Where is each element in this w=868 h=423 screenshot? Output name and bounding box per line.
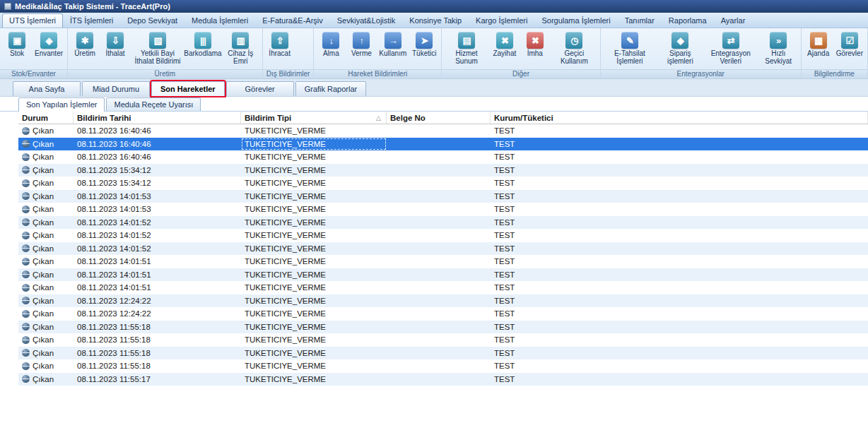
table-row[interactable]: Çıkan08.11.2023 11:55:18TUKETICIYE_VERME… — [18, 321, 868, 334]
ribbon-button-label: Stok — [10, 50, 24, 58]
hizli-sevkiyat-icon: » — [770, 32, 787, 49]
ribbon-button-alma[interactable]: ↓Alma — [316, 30, 346, 59]
ribbon-button-barkodlama[interactable]: |||Barkodlama — [185, 30, 221, 59]
ribbon-button-ihracat[interactable]: ⇧İhracat — [265, 30, 295, 59]
ribbon-button-hizli-sevkiyat[interactable]: »Hızlı Sevkiyat — [758, 30, 799, 66]
ribbon-group-label-uretim: Üretim — [68, 69, 262, 78]
menu-tab-tanimlar[interactable]: Tanımlar — [618, 13, 662, 28]
page-tab-ana-sayfa[interactable]: Ana Sayfa — [13, 81, 81, 96]
kurum-tuketici-cell: TEST — [491, 150, 868, 164]
column-header-kurum-tuketici[interactable]: Kurum/Tüketici — [491, 112, 868, 124]
status-label: Çıkan — [33, 257, 54, 266]
ribbon-button-stok[interactable]: ▣Stok — [2, 30, 32, 59]
menu-tab-konsinye-takip[interactable]: Konsinye Takip — [402, 13, 469, 28]
table-row[interactable]: Çıkan08.11.2023 14:01:51TUKETICIYE_VERME… — [18, 255, 868, 268]
bildirim-tarihi-cell: 08.11.2023 15:34:12 — [74, 164, 241, 177]
table-row[interactable]: Çıkan08.11.2023 14:01:51TUKETICIYE_VERME… — [18, 281, 868, 294]
menu-tab-raporlama[interactable]: Raporlama — [662, 13, 714, 28]
hizmet-sunum-icon: ▤ — [458, 32, 475, 49]
ribbon-button-e-tahsilat-islemleri[interactable]: ✎E-Tahsilat İşlemleri — [603, 30, 657, 66]
bildirim-tarihi-cell: 08.11.2023 14:01:53 — [74, 190, 241, 203]
menu-tab-kargo-islemleri[interactable]: Kargo İşlemleri — [469, 13, 534, 28]
bildirim-tarihi-cell: 08.11.2023 11:55:18 — [74, 347, 241, 360]
table-row[interactable]: Çıkan08.11.2023 11:55:18TUKETICIYE_VERME… — [18, 333, 868, 347]
ribbon-button-siparis-islemleri[interactable]: ◆Sipariş işlemleri — [657, 30, 703, 66]
belge-no-cell — [387, 124, 491, 138]
column-header-belge-no[interactable]: Belge No — [387, 112, 491, 124]
column-header-bildirim-tipi[interactable]: Bildirim Tipi△ — [241, 112, 387, 124]
menu-tab-sorgulama-islemleri[interactable]: Sorgulama İşlemleri — [534, 13, 617, 28]
page-tab-son-hareketler[interactable]: Son Hareketler — [151, 81, 225, 96]
ribbon-button-uretim[interactable]: ✱Üretim — [70, 30, 100, 59]
kurum-tuketici-cell: TEST — [491, 307, 868, 321]
menu-tab-sevkiyat-lojistik[interactable]: Sevkiyat&Lojistik — [330, 13, 403, 28]
grid-header: DurumBildirim TarihiBildirim Tipi△Belge … — [18, 112, 868, 124]
status-cell: Çıkan — [18, 177, 74, 190]
status-label: Çıkan — [33, 362, 54, 370]
ribbon-button-ithalat[interactable]: ⇩İthalat — [100, 30, 130, 59]
ribbon: ▣Stok◈EnvanterStok/Envanter✱Üretim⇩İthal… — [0, 28, 868, 79]
table-row[interactable]: Çıkan08.11.2023 14:01:53TUKETICIYE_VERME… — [18, 190, 868, 203]
ribbon-button-gecici-kullanim[interactable]: ◷Geçici Kullanım — [551, 30, 598, 66]
ribbon-button-verme[interactable]: ↑Verme — [346, 30, 376, 59]
gorevler-icon: ☑ — [841, 32, 858, 49]
status-label: Çıkan — [33, 205, 54, 213]
table-row[interactable]: Çıkan08.11.2023 14:01:52TUKETICIYE_VERME… — [18, 216, 868, 230]
sub-tab-medula-recete-uyarisi[interactable]: Medula Reçete Uyarısı — [106, 97, 201, 111]
status-label: Çıkan — [33, 283, 54, 292]
page-tab-grafik-raporlar[interactable]: Grafik Raporlar — [295, 81, 367, 96]
menu-tab-medula-islemleri[interactable]: Medula İşlemleri — [184, 13, 255, 28]
menu-tab-ayarlar[interactable]: Ayarlar — [714, 13, 753, 28]
table-row[interactable]: Çıkan08.11.2023 16:40:46TUKETICIYE_VERME… — [18, 138, 868, 151]
bildirim-tarihi-cell: 08.11.2023 11:55:18 — [74, 359, 241, 373]
ribbon-button-zayihat[interactable]: ✖Zayihat — [490, 30, 520, 59]
ribbon-button-label: İmha — [527, 50, 543, 58]
kurum-tuketici-cell: TEST — [491, 281, 868, 294]
column-header-durum[interactable]: Durum — [18, 112, 74, 124]
menu-tab-uts-islemleri[interactable]: UTS İşlemleri — [2, 13, 63, 28]
table-row[interactable]: Çıkan08.11.2023 12:24:22TUKETICIYE_VERME… — [18, 294, 868, 308]
table-row[interactable]: Çıkan08.11.2023 15:34:12TUKETICIYE_VERME… — [18, 164, 868, 177]
ribbon-button-kullanim[interactable]: →Kullanım — [377, 30, 409, 59]
column-header-bildirim-tarihi[interactable]: Bildirim Tarihi — [74, 112, 241, 124]
ribbon-button-envanter[interactable]: ◈Envanter — [33, 30, 65, 59]
menu-tab-depo-sevkiyat[interactable]: Depo Sevkiyat — [120, 13, 184, 28]
imha-icon: ✖ — [527, 32, 544, 49]
ribbon-button-label: Verme — [351, 50, 372, 58]
ribbon-button-ajanda[interactable]: ▦Ajanda — [804, 30, 833, 59]
status-cikan-icon — [22, 270, 30, 278]
table-row[interactable]: Çıkan08.11.2023 11:55:17TUKETICIYE_VERME… — [18, 373, 868, 386]
page-tab-gorevler[interactable]: Görevler — [226, 81, 294, 96]
verme-icon: ↑ — [353, 32, 370, 49]
table-row[interactable]: Çıkan08.11.2023 14:01:53TUKETICIYE_VERME… — [18, 203, 868, 216]
ribbon-button-gorevler[interactable]: ☑Görevler — [834, 30, 865, 59]
kurum-tuketici-cell: TEST — [491, 164, 868, 177]
ribbon-button-tuketici[interactable]: ➤Tüketici — [409, 30, 439, 59]
sub-tab-son-yapilan-islemler[interactable]: Son Yapılan İşlemler — [18, 97, 105, 112]
table-row[interactable]: Çıkan08.11.2023 16:40:46TUKETICIYE_VERME… — [18, 150, 868, 164]
ribbon-button-hizmet-sunum[interactable]: ▤Hizmet Sunum — [444, 30, 489, 66]
belge-no-cell — [387, 333, 491, 347]
table-row[interactable]: Çıkan08.11.2023 14:01:52TUKETICIYE_VERME… — [18, 229, 868, 242]
bildirim-tipi-cell: TUKETICIYE_VERME — [241, 294, 387, 308]
belge-no-cell — [387, 203, 491, 216]
status-cell: Çıkan — [18, 333, 74, 347]
ribbon-group-uretim: ✱Üretim⇩İthalat▧Yetkili Bayi İthalat Bil… — [68, 28, 263, 78]
status-cikan-icon — [22, 232, 30, 239]
kurum-tuketici-cell: TEST — [491, 177, 868, 190]
table-row[interactable]: Çıkan08.11.2023 14:01:52TUKETICIYE_VERME… — [18, 242, 868, 256]
page-tab-miad-durumu[interactable]: Miad Durumu — [82, 81, 150, 96]
ribbon-group-label-entegrasyonlar: Entegrasyonlar — [601, 69, 801, 78]
table-row[interactable]: Çıkan08.11.2023 11:55:18TUKETICIYE_VERME… — [18, 359, 868, 373]
ribbon-button-imha[interactable]: ✖İmha — [520, 30, 550, 59]
table-row[interactable]: Çıkan08.11.2023 14:01:51TUKETICIYE_VERME… — [18, 268, 868, 282]
table-row[interactable]: Çıkan08.11.2023 11:55:18TUKETICIYE_VERME… — [18, 347, 868, 360]
ribbon-button-entegrasyon-verileri[interactable]: ⇄Entegrasyon Verileri — [704, 30, 758, 66]
ribbon-button-yetkili-bayi-ithalat-bildirimi[interactable]: ▧Yetkili Bayi İthalat Bildirimi — [131, 30, 184, 66]
table-row[interactable]: Çıkan08.11.2023 16:40:46TUKETICIYE_VERME… — [18, 124, 868, 138]
menu-tab-its-islemleri[interactable]: İTS İşlemleri — [63, 13, 120, 28]
table-row[interactable]: Çıkan08.11.2023 15:34:12TUKETICIYE_VERME… — [18, 177, 868, 190]
menu-tab-e-fatura-e-arsiv[interactable]: E-Fatura&E-Arşiv — [255, 13, 330, 28]
table-row[interactable]: Çıkan08.11.2023 12:24:22TUKETICIYE_VERME… — [18, 307, 868, 321]
ribbon-button-cihaz-is-emri[interactable]: ▥Cihaz İş Emri — [221, 30, 260, 66]
